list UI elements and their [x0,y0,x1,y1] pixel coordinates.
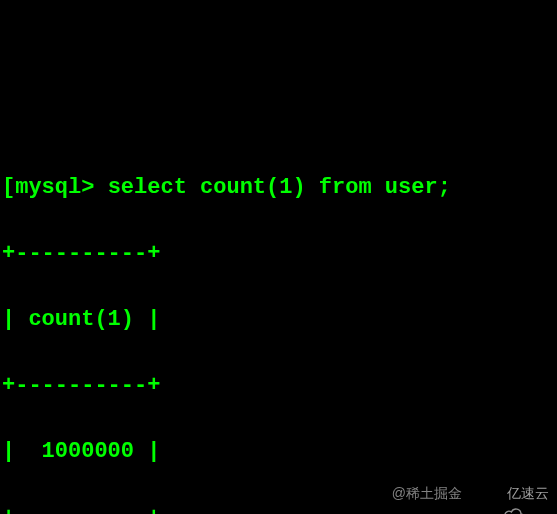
table-row: | 1000000 | [2,435,557,468]
query-block-1: [mysql> select count(1) from user; +----… [2,138,557,514]
cloud-icon [478,485,504,503]
sql-statement: select count(1) from user; [108,175,451,200]
table-header: | count(1) | [2,303,557,336]
watermark-right: 亿速云 [507,483,549,504]
watermark: @稀土掘金 亿速云 [392,483,549,504]
watermark-logo: 亿速云 [478,483,549,504]
prompt-line: [mysql> select count(1) from user; [2,171,557,204]
watermark-left: @稀土掘金 [392,483,462,504]
table-border: +----------+ [2,237,557,270]
mysql-prompt: [mysql> [2,175,108,200]
table-border: +----------+ [2,369,557,402]
